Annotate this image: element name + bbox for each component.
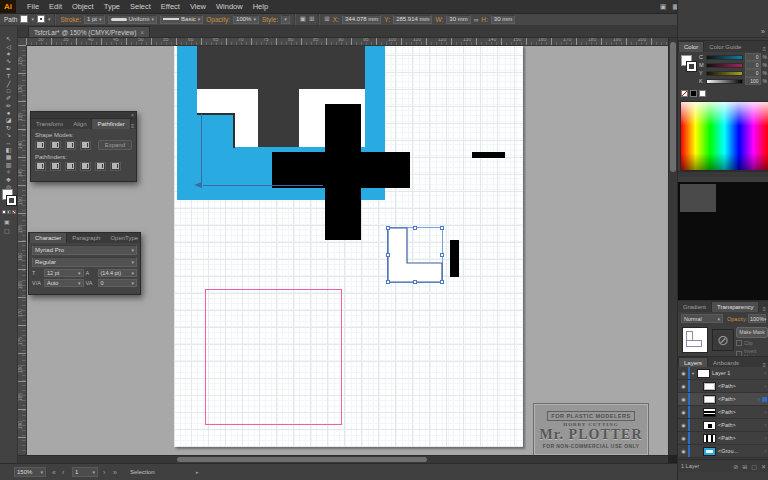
visibility-eye-icon[interactable]: ◉ [679, 422, 688, 428]
new-layer-icon[interactable]: ▢ [751, 463, 757, 470]
exclude-icon[interactable] [80, 141, 91, 150]
preview-thumbnail[interactable] [680, 184, 716, 212]
blue-step-shape[interactable] [197, 113, 235, 148]
scrollbar-thumb[interactable] [670, 42, 676, 172]
make-mask-button[interactable]: Make Mask [736, 327, 768, 338]
tab-color[interactable]: Color [678, 41, 704, 52]
collapse-dock-icon[interactable]: » [678, 26, 768, 38]
divide-icon[interactable] [35, 162, 46, 171]
target-circle-icon[interactable]: ○ [757, 396, 760, 402]
channel-value[interactable]: 100 [745, 77, 761, 85]
target-circle-icon[interactable]: ○ [764, 422, 767, 428]
layer-row[interactable]: ◉<Path>○ [678, 393, 768, 406]
anchor-handle[interactable] [413, 280, 417, 284]
object-thumbnail[interactable] [682, 327, 708, 353]
pink-rectangle-shape[interactable] [205, 289, 342, 425]
white-swatch[interactable] [699, 90, 706, 97]
style-dropdown[interactable]: ▾ [281, 15, 290, 24]
scrollbar-thumb[interactable] [177, 457, 427, 462]
gradient-button[interactable] [7, 210, 11, 214]
target-circle-icon[interactable]: ○ [764, 383, 767, 389]
preferences-icon[interactable]: ⊞ [309, 15, 314, 23]
chevron-down-icon[interactable]: ▾ [48, 16, 51, 22]
brush-definition-dropdown[interactable]: Basic ▾ [160, 15, 203, 24]
black-dash-shape[interactable] [472, 152, 505, 158]
channel-value[interactable]: 0 [745, 53, 761, 61]
visibility-eye-icon[interactable]: ◉ [679, 370, 688, 376]
menu-object[interactable]: Object [67, 0, 99, 13]
visibility-eye-icon[interactable]: ◉ [679, 448, 688, 454]
layer-row[interactable]: ◉<Path>○ [678, 380, 768, 393]
new-sublayer-icon[interactable]: ⊞ [742, 463, 747, 470]
color-button[interactable] [2, 210, 6, 214]
tool-pen[interactable]: ✒ [1, 66, 16, 73]
target-circle-icon[interactable]: ○ [764, 370, 767, 376]
delete-layer-icon[interactable]: ✕ [761, 463, 766, 470]
tool-lasso[interactable]: ∿ [1, 58, 16, 65]
opacity-field[interactable]: 100% ▾ [233, 15, 259, 24]
menu-effect[interactable]: Effect [156, 0, 185, 13]
font-family-dropdown[interactable]: Myriad Pro ▾ [32, 245, 137, 255]
stroke-link[interactable]: Stroke: [60, 16, 81, 23]
tab-gradient[interactable]: Gradient [678, 302, 711, 312]
visibility-eye-icon[interactable]: ◉ [679, 383, 688, 389]
crop-icon[interactable] [80, 162, 91, 171]
panel-menu-icon[interactable]: ≡ [762, 306, 768, 312]
tool-eyedropper[interactable]: ✧ [1, 169, 16, 176]
panel-menu-icon[interactable]: ≡ [143, 237, 150, 243]
target-circle-icon[interactable]: ○ [764, 409, 767, 415]
next-artboard-icon[interactable]: › [103, 468, 105, 477]
fill-stroke-indicator[interactable] [681, 55, 697, 73]
stroke-swatch[interactable] [6, 195, 17, 206]
reference-point-icon[interactable]: ⊞ [324, 15, 329, 23]
none-swatch[interactable] [681, 90, 688, 97]
layer-thumbnail[interactable] [703, 395, 716, 404]
black-bar-shape[interactable] [450, 240, 459, 277]
tool-line-segment[interactable]: ╱ [1, 80, 16, 87]
arrange-documents-icon[interactable]: ▣ [660, 3, 667, 11]
layer-thumbnail[interactable] [703, 408, 716, 417]
tool-paintbrush[interactable]: ✐ [1, 95, 16, 102]
font-style-dropdown[interactable]: Regular ▾ [32, 257, 137, 267]
menu-window[interactable]: Window [211, 0, 248, 13]
screen-mode-icon[interactable]: ▢ [4, 227, 10, 234]
x-field[interactable]: 344.078 mm [342, 15, 381, 24]
layer-row[interactable]: ◉<Grou...○ [678, 445, 768, 458]
visibility-eye-icon[interactable]: ◉ [679, 396, 688, 402]
slider-track[interactable] [706, 71, 743, 76]
tab-transparency[interactable]: Transparency [711, 301, 759, 312]
document-tab[interactable]: TsfcrLar* @ 150% (CMYK/Preview) × [28, 26, 150, 37]
make-clipping-mask-icon[interactable]: ⊘ [733, 463, 738, 470]
menu-type[interactable]: Type [99, 0, 125, 13]
layer-thumbnail[interactable] [703, 382, 716, 391]
black-cross-horizontal[interactable] [272, 152, 410, 188]
horizontal-ruler[interactable]: 3035404550556065707580859095100110120130… [26, 37, 668, 46]
selection-indicator[interactable] [762, 397, 767, 402]
menu-file[interactable]: File [22, 0, 44, 13]
panel-resize-handle[interactable] [678, 171, 768, 177]
slider-track[interactable] [706, 63, 743, 68]
w-field[interactable]: 30 mm [446, 15, 470, 24]
anchor-handle[interactable] [386, 253, 390, 257]
layer-row[interactable]: ◉<Path>○ [678, 406, 768, 419]
close-tab-icon[interactable]: × [140, 29, 144, 36]
layer-row[interactable]: ◉<Path>○ [678, 419, 768, 432]
draw-mode-icon[interactable]: ▣ [4, 218, 10, 225]
stroke-weight-field[interactable]: 1 pt ▾ [84, 15, 105, 24]
tab-transform[interactable]: Transform [31, 119, 68, 129]
y-field[interactable]: 285.914 mm [393, 15, 432, 24]
anchor-handle[interactable] [440, 226, 444, 230]
first-artboard-icon[interactable]: « [52, 468, 56, 477]
minus-front-icon[interactable] [50, 141, 61, 150]
tab-opentype[interactable]: OpenType [105, 233, 143, 243]
expand-button[interactable]: Expand [98, 140, 132, 150]
h-field[interactable]: 30 mm [491, 15, 515, 24]
layer-thumbnail[interactable] [697, 369, 710, 378]
tool-rectangle[interactable]: □ [1, 88, 16, 95]
layer-row[interactable]: ◉▼Layer 1○ [678, 367, 768, 380]
clip-checkbox[interactable]: Clip [736, 340, 753, 346]
tool-blob-brush[interactable]: ● [1, 110, 16, 117]
layer-row[interactable]: ◉<Path>○ [678, 432, 768, 445]
last-artboard-icon[interactable]: » [113, 468, 117, 477]
no-mask-icon[interactable]: ⊘ [712, 329, 734, 351]
